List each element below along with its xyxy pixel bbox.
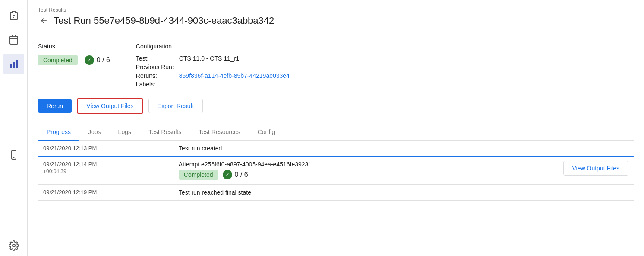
svg-rect-7 [10,64,12,68]
time-cell: 09/21/2020 12:13 PM [38,141,174,157]
check-icon: ✓ [85,55,94,65]
config-grid: Test: CTS 11.0 - CTS 11_r1 Previous Run:… [136,55,290,88]
attempt-time-cell: 09/21/2020 12:14 PM +00:04:39 [38,157,174,185]
view-output-files-button[interactable]: View Output Files [77,98,143,114]
test-value: CTS 11.0 - CTS 11_r1 [179,55,290,62]
progress-table: 09/21/2020 12:13 PM Test run created 09/… [38,141,634,201]
svg-point-12 [13,244,15,247]
tab-test-results[interactable]: Test Results [140,124,190,141]
svg-rect-3 [10,36,18,44]
tab-config[interactable]: Config [249,124,284,141]
labels-key: Labels: [136,81,174,88]
attempt-status-badge: Completed [179,170,218,180]
sidebar-item-calendar[interactable] [3,29,24,50]
info-section: Status Completed ✓ 0 / 6 Configuration T… [38,43,634,88]
status-badge: Completed [38,55,78,65]
config-label: Configuration [136,43,290,50]
test-key: Test: [136,55,174,62]
breadcrumb: Test Results [38,7,634,13]
attempt-check-icon: ✓ [223,170,232,179]
attempt-view-output-button[interactable]: View Output Files [563,161,628,176]
attempt-score-badge: ✓ 0 / 6 [223,170,248,179]
back-button[interactable] [38,15,50,27]
tab-logs[interactable]: Logs [110,124,140,141]
final-time-cell: 09/21/2020 12:19 PM [38,185,174,201]
svg-rect-0 [12,11,16,13]
attempt-score: 0 / 6 [235,171,248,179]
divider [38,34,634,34]
msg-cell: Test run created [174,141,474,157]
action-row: Rerun View Output Files Export Result [38,98,634,114]
previous-run-value [179,64,290,70]
sidebar [0,0,28,256]
rerun-button[interactable]: Rerun [38,99,72,113]
tabs: Progress Jobs Logs Test Results Test Res… [38,124,634,141]
sidebar-item-clipboard[interactable] [3,5,24,26]
svg-rect-8 [13,62,15,68]
sidebar-item-device[interactable] [3,144,24,165]
final-msg-cell: Test run reached final state [174,185,474,201]
main-content: Test Results Test Run 55e7e459-8b9d-4344… [28,0,644,256]
sidebar-item-settings[interactable] [3,235,24,256]
status-row: Completed ✓ 0 / 6 [38,55,110,65]
table-row-attempt: 09/21/2020 12:14 PM +00:04:39 Attempt e2… [38,157,634,185]
status-block: Status Completed ✓ 0 / 6 [38,43,110,88]
reruns-link[interactable]: 859f836f-a114-4efb-85b7-44219ae033e4 [179,72,290,79]
tab-jobs[interactable]: Jobs [79,124,110,141]
sidebar-item-chart[interactable] [3,54,24,74]
page-title: Test Run 55e7e459-8b9d-4344-903c-eaac3ab… [54,15,274,26]
tab-progress[interactable]: Progress [38,124,79,141]
score-badge: ✓ 0 / 6 [85,55,110,65]
attempt-action-cell: View Output Files [474,157,634,185]
config-block: Configuration Test: CTS 11.0 - CTS 11_r1… [136,43,290,88]
page-title-row: Test Run 55e7e459-8b9d-4344-903c-eaac3ab… [38,15,634,27]
score-value: 0 / 6 [97,56,110,64]
table-row: 09/21/2020 12:13 PM Test run created [38,141,634,157]
status-label: Status [38,43,110,50]
export-result-button[interactable]: Export Result [148,99,203,113]
attempt-msg-cell: Attempt e256f6f0-a897-4005-94ea-e4516fe3… [174,157,474,185]
labels-value [179,81,290,88]
table-row-final: 09/21/2020 12:19 PM Test run reached fin… [38,185,634,201]
tab-test-resources[interactable]: Test Resources [190,124,249,141]
reruns-key: Reruns: [136,72,174,79]
previous-run-key: Previous Run: [136,64,174,70]
svg-rect-9 [16,60,18,68]
